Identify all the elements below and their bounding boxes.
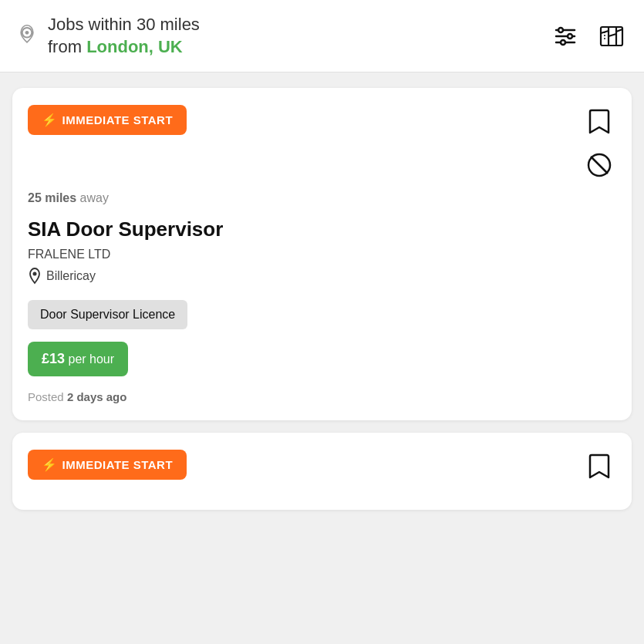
location-text-1: Billericay (46, 269, 96, 283)
distance-suffix-1: away (80, 191, 109, 204)
card-actions-1 (582, 105, 616, 182)
app-header: Jobs within 30 miles from London, UK (0, 0, 644, 72)
job-card-2[interactable]: ⚡ IMMEDIATE START (12, 433, 632, 510)
badge-label-1: IMMEDIATE START (62, 113, 174, 126)
salary-badge-1: £13 per hour (28, 342, 128, 376)
header-location-prefix: Jobs within 30 miles (48, 15, 200, 34)
tags-row-1: Door Supervisor Licence (28, 300, 616, 329)
block-icon-1 (585, 150, 614, 180)
company-name-1: FRALENE LTD (28, 248, 616, 261)
salary-value-1: £13 (42, 351, 65, 366)
card-actions-2 (582, 450, 616, 484)
filter-icon (551, 22, 579, 50)
immediate-start-badge-2: ⚡ IMMEDIATE START (28, 450, 187, 480)
lightning-icon-2: ⚡ (42, 457, 58, 472)
svg-line-12 (591, 157, 608, 174)
location-pin-icon-1 (28, 268, 42, 285)
job-card-1[interactable]: ⚡ IMMEDIATE START 25 miles a (12, 88, 632, 420)
posted-value-1: 2 days ago (67, 390, 127, 403)
distance-value-1: 25 miles (28, 191, 76, 204)
svg-point-13 (33, 272, 37, 276)
distance-1: 25 miles away (28, 191, 616, 205)
job-title-1: SIA Door Supervisor (28, 217, 616, 241)
bookmark-button-2[interactable] (582, 450, 616, 484)
immediate-start-badge-1: ⚡ IMMEDIATE START (28, 105, 187, 135)
header-from-text: from (48, 37, 82, 56)
job-location-1: Billericay (28, 268, 616, 285)
job-listings: ⚡ IMMEDIATE START 25 miles a (0, 72, 644, 525)
svg-point-7 (561, 40, 565, 45)
posted-text-1: Posted 2 days ago (28, 390, 616, 403)
bookmark-button-1[interactable] (582, 105, 616, 139)
svg-point-1 (25, 30, 29, 34)
badge-label-2: IMMEDIATE START (62, 458, 174, 471)
bookmark-icon-1 (588, 109, 611, 135)
lightning-icon-1: ⚡ (42, 113, 58, 127)
map-icon (595, 19, 629, 53)
card-top-row: ⚡ IMMEDIATE START (28, 105, 616, 182)
svg-point-6 (568, 34, 572, 39)
bookmark-icon-2 (588, 453, 611, 480)
filter-button[interactable] (548, 19, 582, 53)
salary-suffix-1: per hour (65, 352, 114, 366)
tag-1: Door Supervisor Licence (28, 300, 187, 329)
location-pin-icon (15, 25, 39, 48)
header-city: London, UK (86, 37, 183, 56)
block-button-1[interactable] (582, 148, 616, 182)
posted-prefix-1: Posted (28, 390, 67, 403)
card-top-row-2: ⚡ IMMEDIATE START (28, 450, 616, 484)
header-location: Jobs within 30 miles from London, UK (15, 14, 200, 58)
header-text: Jobs within 30 miles from London, UK (48, 14, 200, 58)
svg-point-5 (558, 28, 563, 32)
map-button[interactable] (595, 19, 629, 53)
header-actions (548, 19, 629, 53)
